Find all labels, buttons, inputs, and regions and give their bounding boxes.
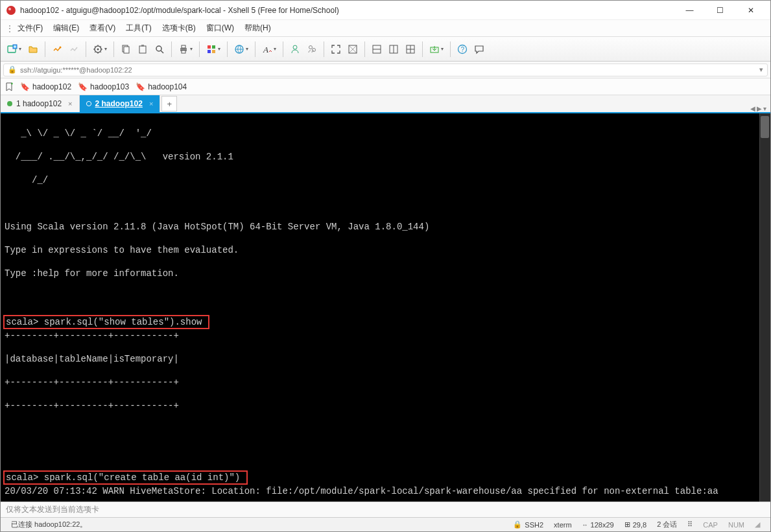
- scrollbar-thumb[interactable]: [761, 116, 769, 138]
- status-session-count: 2 会话: [652, 520, 682, 529]
- title-bar: hadoop102 - atguigu@hadoop102:/opt/modul…: [1, 1, 770, 20]
- separator: [113, 41, 114, 57]
- vertical-split-button[interactable]: [386, 41, 401, 57]
- disconnect-button[interactable]: [66, 41, 82, 57]
- menu-edit[interactable]: 编辑(E): [49, 21, 83, 36]
- menu-help[interactable]: 帮助(H): [241, 21, 275, 36]
- help-button[interactable]: ?: [455, 41, 470, 57]
- font-button[interactable]: A: [259, 41, 279, 57]
- tab[interactable]: 2 hadoop102 ×: [80, 95, 161, 112]
- tab-next-button[interactable]: ▶: [757, 105, 762, 112]
- transparency-button[interactable]: [345, 41, 361, 57]
- compose-bar[interactable]: 仅将文本发送到当前选项卡: [1, 502, 770, 517]
- terminal-line: +--------+---------+-----------+: [1, 376, 770, 388]
- separator: [199, 41, 200, 57]
- terminal[interactable]: _\ \/ _ \/ _ `/ __/ '_/ /___/ .__/\_,_/_…: [1, 113, 770, 502]
- separator: [171, 41, 172, 57]
- compose-placeholder: 仅将文本发送到当前选项卡: [6, 504, 99, 515]
- encoding-button[interactable]: [231, 41, 251, 57]
- grid-split-button[interactable]: [403, 41, 418, 57]
- status-cursor-pos: ⊞ 29,8: [619, 520, 652, 529]
- tab-nav: ◀ ▶ ▾: [750, 105, 770, 112]
- menu-grip-icon: ⋮: [6, 24, 11, 33]
- maximize-button[interactable]: ☐: [706, 1, 735, 19]
- menu-tabs[interactable]: 选项卡(B): [158, 21, 200, 36]
- tab-close-icon[interactable]: ×: [149, 100, 153, 108]
- find-button[interactable]: [152, 41, 167, 57]
- menu-view[interactable]: 查看(V): [86, 21, 119, 36]
- xftp-button[interactable]: [427, 41, 446, 57]
- terminal-line: /_/: [1, 174, 770, 186]
- horizontal-split-button[interactable]: [369, 41, 385, 57]
- tab-menu-button[interactable]: ▾: [763, 105, 766, 112]
- svg-rect-15: [208, 45, 211, 49]
- session-label: hadoop102: [32, 82, 71, 91]
- session-bookmark[interactable]: 🔖hadoop103: [78, 82, 129, 91]
- terminal-line: [1, 423, 770, 435]
- menu-tools[interactable]: 工具(T): [122, 21, 155, 36]
- terminal-line: +--------+---------+-----------+: [1, 400, 770, 411]
- separator: [255, 41, 255, 57]
- highlight-box: scala> spark.sql("show tables").show: [3, 315, 209, 329]
- app-icon: [6, 5, 16, 16]
- tab-close-icon[interactable]: ×: [68, 100, 72, 108]
- svg-point-11: [156, 46, 161, 51]
- new-session-button[interactable]: [5, 41, 24, 57]
- reconnect-button[interactable]: [49, 41, 65, 57]
- chevron-down-icon[interactable]: ▾: [759, 65, 763, 74]
- svg-point-1: [8, 8, 11, 10]
- svg-point-22: [309, 45, 313, 49]
- session-shortcut-bar: 🔖hadoop102 🔖hadoop103 🔖hadoop104: [1, 78, 770, 95]
- properties-button[interactable]: [90, 41, 110, 57]
- svg-rect-9: [139, 46, 146, 53]
- bookmark-icon: 🔖: [136, 82, 145, 91]
- session-label: hadoop103: [90, 82, 129, 91]
- paste-button[interactable]: [135, 41, 150, 57]
- svg-rect-18: [212, 50, 215, 53]
- separator: [45, 41, 45, 57]
- tab-bar: 1 hadoop102 × 2 hadoop102 × + ◀ ▶ ▾: [1, 95, 770, 113]
- minimize-button[interactable]: —: [675, 1, 704, 19]
- menu-window[interactable]: 窗口(W): [202, 21, 238, 36]
- close-button[interactable]: ✕: [736, 1, 765, 19]
- status-term-type: xterm: [549, 521, 577, 529]
- add-bookmark-icon[interactable]: [5, 82, 14, 91]
- window-title: hadoop102 - atguigu@hadoop102:/opt/modul…: [20, 6, 675, 15]
- user-key-manager-button[interactable]: [287, 41, 303, 57]
- svg-rect-14: [182, 51, 185, 53]
- address-bar: 🔒 ssh://atguigu:******@hadoop102:22 ▾: [1, 62, 770, 78]
- user-host-manager-button[interactable]: [304, 41, 320, 57]
- feedback-button[interactable]: [471, 41, 487, 57]
- resize-grip-icon[interactable]: ◢: [750, 520, 765, 529]
- tab-prev-button[interactable]: ◀: [750, 105, 755, 112]
- separator: [422, 41, 423, 57]
- status-capslock: CAP: [698, 521, 723, 529]
- session-bookmark[interactable]: 🔖hadoop104: [136, 82, 187, 91]
- terminal-line: /___/ .__/\_,_/_/ /_/\_\ version 2.1.1: [1, 151, 770, 163]
- open-button[interactable]: [25, 41, 41, 57]
- terminal-line: |database|tableName|isTemporary|: [1, 353, 770, 365]
- menu-file[interactable]: 文件(F): [14, 21, 47, 36]
- separator: [450, 41, 451, 57]
- svg-rect-16: [212, 45, 215, 49]
- address-input[interactable]: 🔒 ssh://atguigu:******@hadoop102:22 ▾: [3, 64, 768, 76]
- terminal-line: Type in expressions to have them evaluat…: [1, 244, 770, 256]
- session-label: hadoop104: [148, 82, 187, 91]
- svg-rect-13: [182, 45, 185, 48]
- color-scheme-button[interactable]: [204, 41, 223, 57]
- status-dot-icon: [7, 101, 12, 106]
- status-bar: 已连接 hadoop102:22。 🔒 SSH2 xterm ↔ 128x29 …: [1, 517, 770, 531]
- terminal-line: Using Scala version 2.11.8 (Java HotSpot…: [1, 221, 770, 233]
- separator: [364, 41, 365, 57]
- tab[interactable]: 1 hadoop102 ×: [1, 95, 80, 112]
- separator: [283, 41, 283, 57]
- terminal-line: Type :help for more information.: [1, 268, 770, 279]
- new-tab-button[interactable]: +: [161, 96, 177, 111]
- scrollbar[interactable]: [759, 113, 770, 502]
- session-bookmark[interactable]: 🔖hadoop102: [20, 82, 71, 91]
- copy-button[interactable]: [118, 41, 134, 57]
- fullscreen-button[interactable]: [328, 41, 344, 57]
- toolbar: A ?: [1, 37, 770, 62]
- print-button[interactable]: [176, 41, 195, 57]
- terminal-line: +--------+---------+-----------+: [1, 330, 770, 341]
